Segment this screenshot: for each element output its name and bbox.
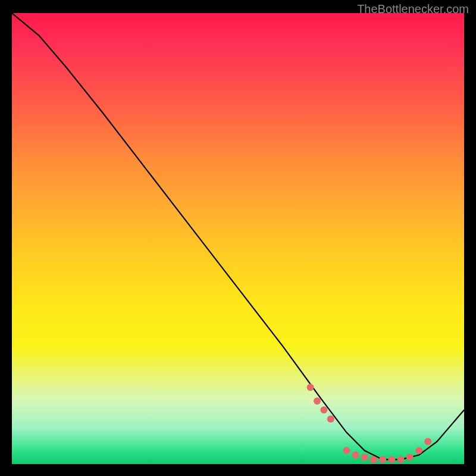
marker-dot: [397, 456, 405, 463]
marker-dot: [361, 454, 368, 461]
marker-dot: [388, 456, 395, 463]
marker-dot: [352, 452, 359, 459]
marker-dot: [379, 456, 386, 463]
plot-area: [12, 13, 464, 464]
marker-dot: [424, 438, 431, 445]
marker-dot: [307, 384, 314, 391]
marker-dot: [406, 454, 414, 461]
marker-dot: [320, 406, 327, 414]
marker-dot: [314, 397, 321, 405]
curve-line: [12, 13, 464, 459]
chart-svg: [12, 13, 464, 464]
marker-dot: [343, 447, 350, 454]
marker-dot: [327, 415, 334, 422]
marker-dots: [307, 384, 432, 463]
marker-dot: [370, 456, 377, 463]
marker-dot: [415, 447, 422, 454]
watermark-text: TheBottlenecker.com: [357, 2, 469, 16]
